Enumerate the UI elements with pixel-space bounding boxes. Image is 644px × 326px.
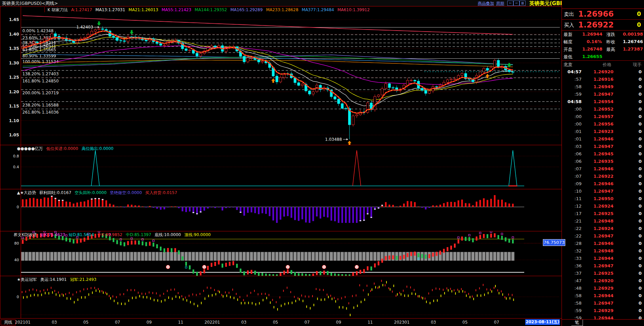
tick-row[interactable]: :001.269520 [562, 106, 644, 113]
x-axis-tick: 202101 [15, 320, 31, 325]
buy-price[interactable]: 1.26922 [578, 20, 614, 29]
smiley-signal-icon [322, 265, 326, 269]
x-axis-tick: 05 [462, 320, 468, 325]
tick-list-header: 北京 价格 现手 [562, 60, 644, 68]
buy-signal-arrow-icon [271, 78, 275, 83]
tick-row[interactable]: :481.269290 [562, 285, 644, 292]
svg-text:138.20% 1.27403: 138.20% 1.27403 [22, 72, 59, 76]
tick-row[interactable]: :221.269240 [562, 225, 644, 232]
tick-row[interactable]: :281.269460 [562, 240, 644, 247]
tick-row[interactable]: :101.269470 [562, 188, 644, 195]
tick-row[interactable]: :211.269480 [562, 217, 644, 225]
svg-text:0.00% 1.42348: 0.00% 1.42348 [22, 28, 54, 33]
ma-legend-item: MA21:1.26013 [129, 7, 158, 12]
x-axis-tick: 202201 [205, 320, 220, 325]
tick-row[interactable]: :581.269440 [562, 292, 644, 300]
tick-row[interactable]: :001.269560 [562, 120, 644, 128]
svg-text:1.45: 1.45 [9, 17, 19, 22]
tick-row[interactable]: :071.269460 [562, 165, 644, 173]
quote-stats: 最新 1.26944 涨跌 0.00198幅度 0.16% 昨收 1.26746… [562, 31, 644, 60]
tick-row[interactable]: :111.269500 [562, 195, 644, 203]
svg-text:1.25: 1.25 [9, 75, 19, 80]
ma-legend-item: MA55:1.21423 [162, 7, 191, 12]
x-axis-tick: 11 [178, 320, 183, 325]
tick-row[interactable]: 04:581.269540 [562, 98, 644, 106]
svg-text:1.15: 1.15 [9, 104, 19, 109]
tick-row[interactable]: :061.269450 [562, 150, 644, 158]
tile-windows-icon[interactable]: ▥ [519, 1, 526, 6]
tick-row[interactable]: :071.269220 [562, 173, 644, 180]
tick-row[interactable]: :031.269470 [562, 143, 644, 150]
tick-row[interactable]: :121.269240 [562, 203, 644, 210]
quote-panel: 卖出 1.26966 0 买入 1.26922 0 最新 1.26944 涨跌 … [562, 0, 644, 326]
tick-row[interactable]: :331.269440 [562, 255, 644, 262]
tick-row[interactable]: :591.269470 [562, 91, 644, 98]
x-axis-tick: 03 [241, 320, 246, 325]
tick-row[interactable]: :221.269470 [562, 232, 644, 240]
tab-bi[interactable]: 笔 [571, 320, 583, 326]
tick-row[interactable]: :581.269490 [562, 83, 644, 91]
menu-period[interactable]: 周期 [496, 1, 504, 6]
panel-name: ★奥运冠军 [17, 277, 37, 282]
last-date-label: 2023-08-11(五) [525, 319, 560, 325]
tick-row[interactable]: :571.269160 [562, 76, 644, 83]
indicator-value: 坚绝做空:0.0000 [110, 190, 142, 195]
tick-row[interactable]: :471.269200 [562, 277, 644, 285]
smiley-signal-icon [355, 265, 359, 269]
x-axis-tick: 05 [273, 320, 278, 325]
svg-text:1.40: 1.40 [9, 32, 19, 37]
svg-text:80: 80 [14, 241, 19, 246]
svg-text:261.80% 1.14036: 261.80% 1.14036 [22, 110, 59, 115]
buy-quote-row: 买入 1.26922 0 [562, 20, 644, 31]
svg-text:0: 0 [17, 205, 19, 209]
quote-stat-row: 幅度 0.16% 昨收 1.26746 [562, 38, 644, 45]
daqushi-panel-header: ▲★大趋势获利回吐:0.0167空头回补:0.0000坚绝做空:0.0000买入… [17, 190, 181, 196]
buy-qty: 0 [637, 21, 641, 28]
svg-text:1.20: 1.20 [9, 90, 19, 94]
buy-label: 买入 [564, 22, 574, 28]
svg-text:200.00% 1.20719: 200.00% 1.20719 [22, 91, 59, 95]
sell-qty: 0 [637, 11, 641, 17]
tick-row[interactable]: :321.269480 [562, 247, 644, 255]
bottom-tab-bar: 笔 [562, 319, 644, 326]
tick-row[interactable]: :361.269470 [562, 262, 644, 270]
x-axis-tick: 03 [431, 320, 436, 325]
x-axis-tick: 11 [367, 320, 373, 325]
sell-signal-arrow-icon [130, 30, 134, 35]
indicator-value: 中D:85.1397 [126, 232, 151, 237]
tick-row[interactable]: :371.269250 [562, 270, 644, 277]
menu-overlay-symbol[interactable]: 商品叠加 [478, 1, 494, 6]
svg-text:40: 40 [14, 258, 19, 262]
ma-legend-item: MA610:1.39912 [337, 7, 370, 12]
forward-icon[interactable]: ⇨ [513, 1, 519, 6]
tick-row[interactable]: 04:571.269200 [562, 68, 644, 76]
tick-row[interactable]: :011.269460 [562, 135, 644, 143]
back-icon[interactable]: ⇦ [507, 1, 513, 6]
tick-row[interactable]: :011.269230 [562, 128, 644, 135]
tick-row[interactable]: :171.269250 [562, 210, 644, 217]
x-axis-tick: 09 [336, 320, 341, 325]
low-annotation: 1.03488 [325, 137, 342, 142]
tick-row[interactable]: :061.269350 [562, 158, 644, 165]
tick-row[interactable]: :581.269470 [562, 300, 644, 307]
tick-row[interactable]: :001.269570 [562, 113, 644, 120]
sell-price[interactable]: 1.26966 [578, 9, 614, 18]
buy-signal-arrow-icon [348, 141, 352, 145]
indicator-value: 获利回吐:0.0167 [39, 190, 71, 195]
x-axis-tick: 07 [304, 320, 309, 325]
tick-row[interactable]: :591.269290 [562, 307, 644, 314]
ma-legend-item: MA13:1.27031 [95, 7, 125, 12]
tick-row[interactable]: :091.269460 [562, 180, 644, 188]
svg-text:0: 0 [17, 295, 19, 299]
period-label[interactable]: 周线 [1, 320, 16, 325]
quote-stat-row: 最新 1.26944 涨跌 0.00198 [562, 31, 644, 38]
indicator-value: 底线:10.0000 [155, 232, 181, 237]
main-candlestick-chart[interactable]: 0.00% 1.4234823.60% 1.3979638.20% 1.3821… [0, 6, 562, 145]
smiley-signal-icon [286, 265, 290, 269]
svg-text:100.00% 1.31534: 100.00% 1.31534 [22, 59, 59, 64]
tick-list[interactable]: 04:571.269200:571.269160:581.269490:591.… [562, 68, 644, 322]
ma-legend-item: MA233:1.28628 [266, 7, 298, 12]
indicator-value: 空头回补:0.0000 [75, 190, 107, 195]
quote-stat-row: 开盘 1.26748 最高 1.27387 [562, 45, 644, 53]
time-axis: 周线 2021010305070911202201030507091120230… [0, 318, 562, 326]
